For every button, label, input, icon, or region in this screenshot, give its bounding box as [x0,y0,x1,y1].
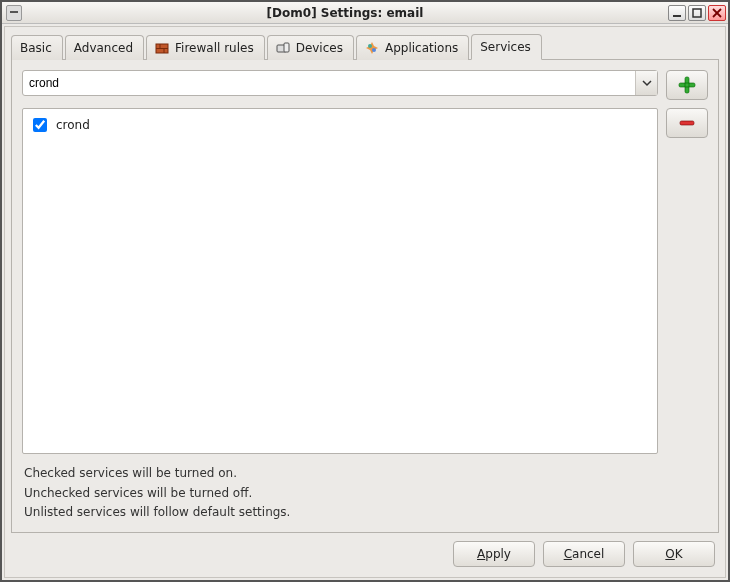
minimize-button[interactable] [668,5,686,21]
close-button[interactable] [708,5,726,21]
service-list[interactable]: crond [22,108,658,454]
firewall-icon [155,41,169,55]
services-panel: crond Checked services will be turned on… [11,59,719,533]
ok-button[interactable]: OK [633,541,715,567]
svg-rect-1 [673,15,681,17]
svg-rect-14 [679,83,695,87]
tab-label: Firewall rules [175,41,254,55]
tab-bar: Basic Advanced Firewall rules Devices [11,33,719,59]
combo-dropdown-button[interactable] [635,71,657,95]
service-checkbox[interactable] [33,118,47,132]
button-label: Cancel [564,547,605,561]
service-combo[interactable] [22,70,658,96]
titlebar: [Dom0] Settings: email [2,2,728,24]
service-combo-input[interactable] [23,71,635,95]
svg-rect-0 [10,11,18,13]
dialog-footer: Apply Cancel OK [11,533,719,571]
button-label: Apply [477,547,511,561]
remove-service-button[interactable] [666,108,708,138]
maximize-button[interactable] [688,5,706,21]
service-add-row [22,70,708,100]
tab-label: Applications [385,41,458,55]
client-area: Basic Advanced Firewall rules Devices [4,26,726,578]
svg-rect-10 [284,43,289,52]
settings-window: [Dom0] Settings: email Basic Advanced Fi… [0,0,730,582]
svg-rect-17 [680,121,694,125]
hint-unlisted: Unlisted services will follow default se… [24,503,706,522]
tab-services[interactable]: Services [471,34,542,60]
svg-rect-2 [693,9,701,17]
apply-button[interactable]: Apply [453,541,535,567]
cancel-button[interactable]: Cancel [543,541,625,567]
add-service-button[interactable] [666,70,708,100]
service-item-label: crond [56,118,90,132]
applications-icon [365,41,379,55]
button-label: OK [665,547,682,561]
plus-icon [677,75,697,95]
tab-devices[interactable]: Devices [267,35,354,60]
chevron-down-icon [642,78,652,88]
tab-label: Services [480,40,531,54]
tab-label: Advanced [74,41,133,55]
minus-icon [677,113,697,133]
hint-text-block: Checked services will be turned on. Unch… [22,462,708,522]
tab-label: Devices [296,41,343,55]
devices-icon [276,41,290,55]
list-item[interactable]: crond [27,113,653,137]
svg-point-12 [372,48,376,52]
tab-basic[interactable]: Basic [11,35,63,60]
window-title: [Dom0] Settings: email [22,6,668,20]
service-side-buttons [666,108,708,454]
hint-unchecked: Unchecked services will be turned off. [24,484,706,503]
hint-checked: Checked services will be turned on. [24,464,706,483]
tab-firewall[interactable]: Firewall rules [146,35,265,60]
svg-point-11 [368,44,372,48]
service-list-row: crond [22,108,708,454]
system-menu-icon[interactable] [6,5,22,21]
tab-applications[interactable]: Applications [356,35,469,60]
tab-advanced[interactable]: Advanced [65,35,144,60]
tab-label: Basic [20,41,52,55]
